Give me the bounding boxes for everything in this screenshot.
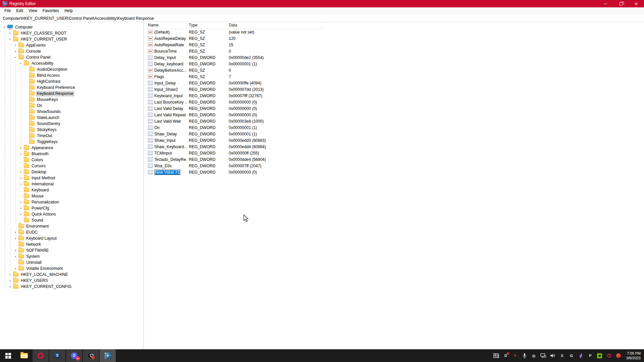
tree-item-console[interactable]: ›Console bbox=[0, 48, 143, 54]
tree-item-togglekeys[interactable]: ToggleKeys bbox=[0, 139, 143, 145]
tree-item-showsounds[interactable]: ShowSounds bbox=[0, 109, 143, 115]
value-row-delaybeforeacc[interactable]: abDelayBeforeAcc...REG_SZ0 bbox=[146, 67, 644, 73]
tray-icon-news[interactable] bbox=[493, 353, 499, 359]
tree-item-personalization[interactable]: ›Personalization bbox=[0, 199, 143, 205]
tree-item-sound[interactable]: Sound bbox=[0, 217, 143, 223]
tree-item-bluetooth[interactable]: ›Bluetooth bbox=[0, 151, 143, 157]
tray-icon-obs-tray[interactable]: ◎ bbox=[531, 353, 537, 359]
value-row-last-bouncekey[interactable]: 011110Last BounceKey ...REG_DWORD0x00000… bbox=[146, 99, 644, 105]
value-row-new-value-1[interactable]: 011110New Value #1REG_DWORD0x00000000 (0… bbox=[146, 169, 644, 175]
value-row-last-valid-delay[interactable]: 011110Last Valid DelayREG_DWORD0x0000000… bbox=[146, 105, 644, 112]
restore-button[interactable] bbox=[613, 0, 629, 7]
tree-item-international[interactable]: ›International bbox=[0, 181, 143, 187]
menu-help[interactable]: Help bbox=[62, 7, 75, 14]
taskbar-button-discord[interactable]: D9+ bbox=[66, 349, 82, 362]
value-row-autorepeatrate[interactable]: abAutoRepeatRateREG_SZ15 bbox=[146, 42, 644, 48]
tree-item-hkey-classes-root[interactable]: ›HKEY_CLASSES_ROOT bbox=[0, 30, 143, 36]
address-bar[interactable]: Computer\HKEY_CURRENT_USER\Control Panel… bbox=[0, 15, 644, 22]
tree-item-volatile-environment[interactable]: ›Volatile Environment bbox=[0, 265, 143, 272]
taskbar-button-opera[interactable] bbox=[33, 349, 49, 362]
value-row-default[interactable]: ab(Default)REG_SZ(value not set) bbox=[146, 29, 644, 35]
value-row-bouncetime[interactable]: abBounceTimeREG_SZ0 bbox=[146, 48, 644, 54]
column-header-type[interactable]: Type bbox=[187, 22, 227, 29]
tree-item-slatelaunch[interactable]: SlateLaunch bbox=[0, 115, 143, 121]
tree-item-highcontrast[interactable]: HighContrast bbox=[0, 78, 143, 84]
tree-item-input-method[interactable]: ›Input Method bbox=[0, 175, 143, 181]
tree-item-desktop[interactable]: ›Desktop bbox=[0, 169, 143, 175]
tree-item-keyboard[interactable]: Keyboard bbox=[0, 187, 143, 193]
tray-icon-vortex[interactable]: V bbox=[512, 353, 518, 359]
tray-icon-nvidia[interactable]: ◉ bbox=[597, 353, 602, 359]
tree-item-mouse[interactable]: Mouse bbox=[0, 193, 143, 199]
taskbar-button-steam[interactable]: S bbox=[49, 349, 65, 362]
value-row-delay-keyboard[interactable]: 011110Delay_keyboardREG_DWORD0x00000001 … bbox=[146, 61, 644, 67]
menu-view[interactable]: View bbox=[26, 7, 40, 14]
tree-item-blind-access[interactable]: Blind Access bbox=[0, 72, 143, 78]
tray-icon-wallpaper-engine[interactable] bbox=[615, 353, 621, 359]
tray-icon-steam-tray[interactable]: S bbox=[559, 353, 565, 359]
taskbar-button-start[interactable] bbox=[0, 349, 16, 362]
close-button[interactable]: ✕ bbox=[629, 0, 644, 7]
tree-item-system[interactable]: ›System bbox=[0, 253, 143, 259]
tree-item-timeout[interactable]: TimeOut bbox=[0, 133, 143, 139]
value-row-last-valid-repeat[interactable]: 011110Last Valid RepeatREG_DWORD0x000000… bbox=[146, 112, 644, 118]
tree-item-hkey-local-machine[interactable]: ›HKEY_LOCAL_MACHINE bbox=[0, 272, 143, 278]
chevron-down-icon[interactable]: › bbox=[13, 55, 18, 60]
column-header-data[interactable]: Data bbox=[227, 22, 324, 29]
chevron-down-icon[interactable]: › bbox=[2, 24, 7, 30]
taskbar-button-obs[interactable] bbox=[83, 349, 99, 362]
value-row-autorepeatdelay[interactable]: abAutoRepeatDelayREG_SZ120 bbox=[146, 35, 644, 42]
tray-icon-volume[interactable] bbox=[550, 353, 555, 359]
taskbar-button-registry-editor[interactable] bbox=[100, 349, 116, 362]
tree-item-mousekeys[interactable]: MouseKeys bbox=[0, 97, 143, 103]
tree-item-hkey-users[interactable]: ›HKEY_USERS bbox=[0, 278, 143, 284]
tree-item-soundsentry[interactable]: SoundSentry bbox=[0, 121, 143, 127]
chevron-down-icon[interactable]: › bbox=[7, 37, 13, 42]
minimize-button[interactable] bbox=[598, 0, 613, 7]
column-header-name[interactable]: Name bbox=[146, 22, 187, 29]
tree-item-accessibility[interactable]: ›Accessibility bbox=[0, 60, 143, 66]
rename-edit-box[interactable]: New Value #1 bbox=[154, 169, 180, 175]
value-row-shaw-input[interactable]: 011110Shaw_InputREG_DWORD0x0000edd3 (608… bbox=[146, 137, 644, 143]
tray-icon-microphone[interactable] bbox=[522, 353, 527, 359]
tray-icon-network[interactable] bbox=[540, 353, 546, 359]
tray-icon-playstation[interactable]: P bbox=[587, 353, 593, 359]
tree-item-network[interactable]: Network bbox=[0, 241, 143, 247]
tree-item-audiodescription[interactable]: AudioDescription bbox=[0, 66, 143, 72]
tree-item-appearance[interactable]: ›Appearance bbox=[0, 145, 143, 151]
tree-item-hkey-current-config[interactable]: ›HKEY_CURRENT_CONFIG bbox=[0, 284, 143, 290]
tree-item-cursors[interactable]: Cursors bbox=[0, 163, 143, 169]
tree-item-appevents[interactable]: ›AppEvents bbox=[0, 42, 143, 48]
tree-item-colors[interactable]: Colors bbox=[0, 157, 143, 163]
tray-icon-logitech-g[interactable]: G bbox=[569, 353, 574, 359]
tree-item-eudc[interactable]: ›EUDC bbox=[0, 229, 143, 235]
menu-edit[interactable]: Edit bbox=[13, 7, 26, 14]
tree-item-on[interactable]: On bbox=[0, 103, 143, 109]
tray-icon-discord-tray[interactable]: D bbox=[503, 353, 508, 359]
value-row-shaw-keyboard[interactable]: 011110Shaw_Keyboard...REG_DWORD0x0000edd… bbox=[146, 143, 644, 150]
tray-icon-opera-tray[interactable] bbox=[606, 353, 612, 359]
tree-item-stickykeys[interactable]: StickyKeys bbox=[0, 127, 143, 133]
tree-item-quick-actions[interactable]: ›Quick Actions bbox=[0, 211, 143, 217]
value-row-last-valid-wait[interactable]: 011110Last Valid WaitREG_DWORD0x000003e8… bbox=[146, 118, 644, 124]
value-row-tcminput[interactable]: 011110TCMinputREG_DWORD0x000000ff (255) bbox=[146, 150, 644, 156]
value-row-shaw-delay[interactable]: 011110Shaw_DelayREG_DWORD0x00000001 (1) bbox=[146, 131, 644, 137]
tree-item-software[interactable]: ›SOFTWARE bbox=[0, 247, 143, 253]
value-row-on[interactable]: 011110OnREG_DWORD0x00000001 (1) bbox=[146, 124, 644, 131]
tree-item-environment[interactable]: Environment bbox=[0, 223, 143, 229]
chevron-down-icon[interactable]: › bbox=[18, 61, 23, 66]
value-row-input-shaw2[interactable]: 011110Input_Shaw2REG_DWORD0x000007dd (20… bbox=[146, 86, 644, 93]
tree-item-keyboard-preference[interactable]: Keyboard Preference bbox=[0, 84, 143, 90]
taskbar-clock[interactable]: 7:09 PM 9/8/2023 bbox=[625, 351, 641, 360]
value-row-keyboard-input[interactable]: 011110Keyboard_InputREG_DWORD0x00007fff … bbox=[146, 93, 644, 99]
tree-item-hkey-current-user[interactable]: ›HKEY_CURRENT_USER bbox=[0, 36, 143, 42]
tree-item-powercfg[interactable]: ›PowerCfg bbox=[0, 205, 143, 211]
tree-item-control-panel[interactable]: ›Control Panel bbox=[0, 54, 143, 60]
value-row-input-delay[interactable]: 011110Input_DelayREG_DWORD0x00000ffe (40… bbox=[146, 80, 644, 86]
menu-file[interactable]: File bbox=[2, 7, 13, 14]
menu-favorites[interactable]: Favorites bbox=[40, 7, 62, 14]
value-row-wsa-d3s[interactable]: 011110Wsa_D3sREG_DWORD0x000007ff (2047) bbox=[146, 163, 644, 169]
value-row-teclado-delayre[interactable]: 011110Teclado_DelayRe...REG_DWORD0x0000d… bbox=[146, 156, 644, 163]
tree-item-uninstall[interactable]: Uninstall bbox=[0, 259, 143, 265]
value-row-delay-input[interactable]: 011110Delay_InputREG_DWORD0x00000de2 (35… bbox=[146, 54, 644, 61]
